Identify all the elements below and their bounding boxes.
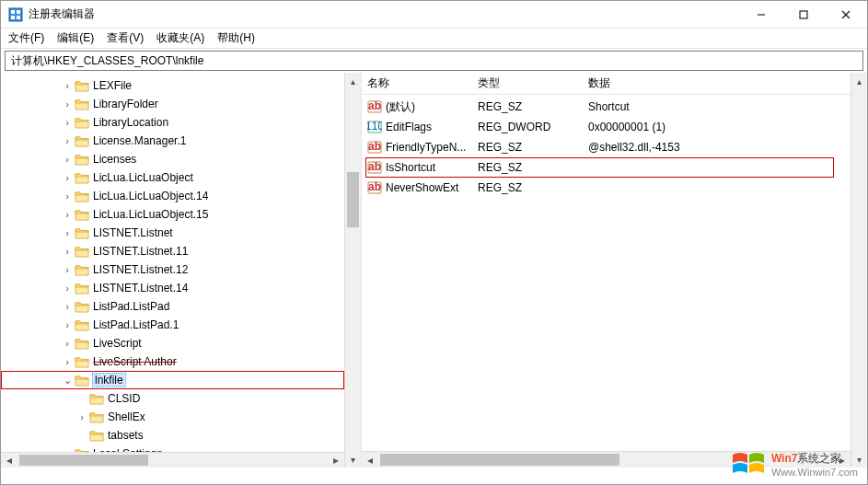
string-value-icon: ab — [367, 160, 382, 175]
tree-item[interactable]: ›LicLua.LicLuaObject.15 — [1, 205, 344, 224]
tree-item[interactable]: ›ListPad.ListPad.1 — [1, 316, 344, 334]
svg-text:ab: ab — [368, 160, 381, 173]
tree-item-label: LicLua.LicLuaObject.15 — [93, 208, 208, 221]
chevron-down-icon[interactable]: ⌄ — [62, 375, 73, 387]
menu-favorites[interactable]: 收藏夹(A) — [156, 30, 204, 46]
scroll-thumb[interactable] — [347, 172, 359, 227]
chevron-right-icon[interactable]: › — [62, 117, 73, 128]
tree-item[interactable]: tabsets — [1, 426, 344, 445]
tree-item[interactable]: ›LiveScript — [1, 334, 344, 352]
watermark: Win7系统之家 Www.Winwin7.com — [731, 449, 858, 479]
tree-item[interactable]: ›LicLua.LicLuaObject.14 — [1, 187, 344, 205]
chevron-right-icon[interactable]: › — [62, 301, 73, 312]
tree-item[interactable]: ›LISTNET.Listnet.12 — [1, 260, 344, 279]
tree-item[interactable]: ›LEXFile — [1, 76, 344, 95]
chevron-right-icon[interactable]: › — [62, 98, 73, 110]
tree-item[interactable]: ›LibraryFolder — [1, 95, 344, 113]
regedit-icon — [8, 7, 23, 22]
menu-edit[interactable]: 编辑(E) — [57, 30, 94, 46]
scroll-thumb[interactable] — [380, 454, 619, 466]
tree-item-label: LISTNET.Listnet.12 — [93, 263, 188, 276]
value-data: @shell32.dll,-4153 — [588, 141, 851, 154]
chevron-right-icon[interactable]: › — [62, 283, 73, 294]
tree-item[interactable]: CLSID — [1, 389, 344, 408]
value-data: Shortcut — [588, 100, 851, 113]
col-type[interactable]: 类型 — [478, 75, 588, 91]
col-name[interactable]: 名称 — [367, 75, 478, 91]
tree-item-label: LibraryFolder — [93, 98, 158, 110]
tree-item-label: ListPad.ListPad — [93, 300, 169, 313]
value-row[interactable]: ab(默认)REG_SZShortcut — [362, 97, 851, 117]
scroll-right-icon[interactable]: ▸ — [328, 453, 344, 468]
tree-item-label: License.Manager.1 — [93, 134, 186, 147]
chevron-right-icon[interactable]: › — [62, 227, 73, 238]
chevron-right-icon[interactable]: › — [76, 411, 87, 422]
folder-icon — [75, 337, 89, 350]
value-data: 0x00000001 (1) — [588, 121, 851, 133]
scroll-up-icon[interactable]: ▴ — [851, 73, 867, 89]
tree-item[interactable]: ›LISTNET.Listnet — [1, 224, 344, 242]
address-text: 计算机\HKEY_CLASSES_ROOT\lnkfile — [11, 53, 203, 69]
string-value-icon: ab — [367, 99, 382, 114]
values-vscrollbar[interactable]: ▴ ▾ — [851, 73, 867, 468]
svg-rect-4 — [17, 16, 20, 19]
chevron-right-icon[interactable]: › — [62, 191, 73, 202]
tree-item[interactable]: ›LiveScript Author — [1, 352, 344, 371]
scroll-left-icon[interactable]: ◂ — [1, 453, 17, 468]
folder-icon — [75, 318, 89, 331]
folder-icon — [75, 79, 89, 92]
chevron-right-icon[interactable]: › — [62, 264, 73, 275]
tree-item[interactable]: ›Licenses — [1, 150, 344, 168]
tree-item[interactable]: ›LISTNET.Listnet.11 — [1, 242, 344, 260]
scroll-up-icon[interactable]: ▴ — [345, 73, 361, 89]
chevron-right-icon[interactable]: › — [62, 209, 73, 220]
values-list[interactable]: ab(默认)REG_SZShortcut110EditFlagsREG_DWOR… — [362, 95, 851, 451]
tree-item[interactable]: ›LibraryLocation — [1, 113, 344, 132]
chevron-right-icon[interactable]: › — [62, 135, 73, 146]
folder-icon — [75, 134, 89, 147]
tree-item-label: LISTNET.Listnet — [93, 226, 173, 239]
scroll-thumb[interactable] — [19, 455, 148, 466]
chevron-right-icon[interactable]: › — [62, 80, 73, 91]
minimize-button[interactable] — [740, 1, 782, 28]
tree-item[interactable]: ›ShellEx — [1, 408, 344, 426]
chevron-right-icon[interactable]: › — [62, 246, 73, 257]
chevron-right-icon[interactable]: › — [62, 319, 73, 330]
chevron-right-icon[interactable]: › — [62, 172, 73, 183]
registry-tree[interactable]: ›LEXFile›LibraryFolder›LibraryLocation›L… — [1, 73, 344, 452]
tree-item-label: ListPad.ListPad.1 — [93, 318, 179, 331]
values-header: 名称 类型 数据 — [362, 73, 851, 95]
tree-item[interactable]: ›LISTNET.Listnet.14 — [1, 279, 344, 297]
value-row[interactable]: abFriendlyTypeN...REG_SZ@shell32.dll,-41… — [362, 137, 851, 157]
value-row[interactable]: 110EditFlagsREG_DWORD0x00000001 (1) — [362, 117, 851, 137]
chevron-right-icon[interactable]: › — [62, 338, 73, 349]
col-data[interactable]: 数据 — [588, 75, 851, 91]
menu-help[interactable]: 帮助(H) — [217, 30, 255, 46]
tree-hscrollbar[interactable]: ◂ ▸ — [1, 452, 344, 468]
windows-logo-icon — [731, 449, 766, 479]
close-button[interactable] — [825, 1, 867, 28]
tree-item[interactable]: ›ListPad.ListPad — [1, 297, 344, 316]
tree-item-label: LicLua.LicLuaObject — [93, 171, 193, 184]
maximize-button[interactable] — [782, 1, 825, 28]
scroll-left-icon[interactable]: ◂ — [362, 452, 378, 468]
folder-icon — [75, 282, 89, 294]
tree-vscrollbar[interactable]: ▴ ▾ — [344, 73, 361, 468]
tree-item-label: LEXFile — [93, 79, 132, 92]
menu-view[interactable]: 查看(V) — [107, 30, 144, 46]
tree-item[interactable]: ›License.Manager.1 — [1, 132, 344, 150]
tree-item[interactable]: ›Local Settings — [1, 445, 344, 452]
tree-item[interactable]: ›LicLua.LicLuaObject — [1, 168, 344, 187]
value-name: (默认) — [386, 99, 478, 115]
value-row[interactable]: abIsShortcutREG_SZ — [362, 157, 851, 178]
folder-icon — [75, 153, 89, 166]
scroll-down-icon[interactable]: ▾ — [345, 451, 361, 468]
chevron-right-icon[interactable]: › — [62, 154, 73, 165]
value-type: REG_SZ — [478, 181, 588, 194]
chevron-right-icon[interactable]: › — [62, 356, 73, 367]
tree-item[interactable]: ⌄lnkfile — [1, 371, 344, 389]
menu-file[interactable]: 文件(F) — [8, 30, 44, 46]
value-row[interactable]: abNeverShowExtREG_SZ — [362, 178, 851, 198]
address-bar[interactable]: 计算机\HKEY_CLASSES_ROOT\lnkfile — [5, 51, 863, 71]
svg-text:ab: ab — [368, 180, 381, 193]
